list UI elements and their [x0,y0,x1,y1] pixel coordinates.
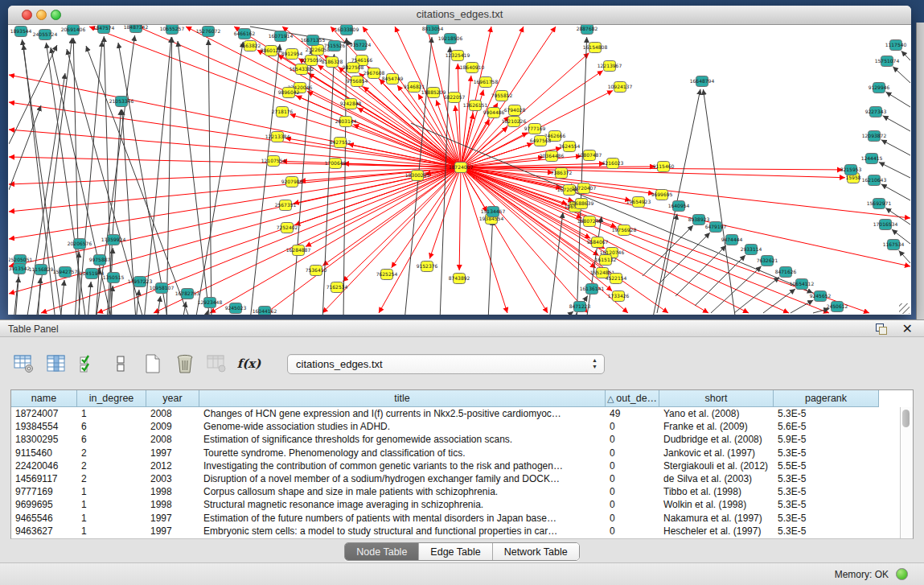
column-header-title[interactable]: title [199,390,606,407]
graph-node[interactable]: 2803144 [335,117,357,127]
table-cell[interactable]: Dudbridge et al. (2008) [659,433,774,446]
table-cell[interactable]: 5.3E-5 [774,447,879,459]
table-cell[interactable]: 5.6E-5 [774,420,879,433]
table-cell[interactable]: Tourette syndrome. Phenomenology and cla… [199,447,606,459]
table-cell[interactable]: 5.9E-5 [774,433,879,446]
table-cell[interactable]: 9463627 [11,525,77,538]
table-cell[interactable]: de Silva et al. (2003) [659,472,774,485]
graph-node[interactable]: 16033809 [335,25,359,35]
graph-node[interactable]: 20691406 [61,25,86,35]
graph-node[interactable]: 7663822 [240,41,261,51]
graph-node[interactable]: 11451944 [80,269,105,279]
table-cell[interactable]: 1998 [146,498,199,511]
graph-node[interactable]: 19218506 [438,34,463,44]
table-cell[interactable]: 2 [77,472,146,485]
table-cell[interactable]: Structural magnetic resonance image aver… [199,498,606,511]
scrollbar-thumb[interactable] [902,410,910,427]
table-cell[interactable]: 1997 [146,525,199,538]
table-cell[interactable]: Estimation of significance thresholds fo… [199,433,606,446]
graph-node[interactable]: 9207986 [281,177,303,187]
table-cell[interactable]: Changes of HCN gene expression and I(f) … [199,407,606,420]
graph-node[interactable]: 7955812 [491,91,513,101]
table-selector-combobox[interactable]: citations_edges.txt ▲▼ [287,354,605,374]
graph-node[interactable]: 9699695 [651,190,673,200]
graph-node[interactable]: 9115460 [653,162,675,172]
table-cell[interactable]: Wolkin et al. (1998) [659,498,774,511]
graph-node[interactable]: 9227343 [865,107,887,117]
table-cell[interactable]: 0 [606,433,659,446]
graph-node[interactable]: 7162534 [326,282,348,293]
graph-node[interactable]: 2567351 [275,200,297,211]
column-header-in_degree[interactable]: in_degree [77,390,146,407]
graph-node[interactable]: 8743892 [449,274,470,284]
resize-grip[interactable] [899,303,910,314]
column-header-year[interactable]: year [146,390,199,407]
import-table-button[interactable] [206,353,228,375]
graph-node[interactable]: 1350515 [103,273,125,283]
table-cell[interactable]: 1997 [146,512,199,525]
graph-node[interactable]: 21053346 [109,97,134,107]
graph-node[interactable]: 9975887 [89,255,111,266]
table-cell[interactable]: 1 [77,498,146,511]
table-row[interactable]: 946362711997Embryonic stem cells: a mode… [11,525,913,538]
graph-node[interactable]: 2887682 [577,25,598,35]
graph-node[interactable]: 2718176 [272,107,294,117]
table-cell[interactable]: 6 [77,433,146,446]
graph-node[interactable]: 10958107 [150,283,175,294]
table-cell[interactable]: 0 [606,472,659,485]
close-panel-icon[interactable]: ✕ [902,321,913,336]
graph-node[interactable]: 10924137 [608,82,633,93]
graph-node[interactable]: 19654923 [626,197,651,208]
graph-node[interactable]: 10807487 [577,150,602,161]
table-cell[interactable]: 2008 [146,433,199,446]
graph-node[interactable]: 16044162 [253,307,277,315]
table-cell[interactable]: 5.3E-5 [774,485,879,498]
table-cell[interactable]: 2 [77,447,146,459]
float-panel-icon[interactable] [876,323,887,335]
table-cell[interactable]: 2 [77,459,146,472]
table-cell[interactable]: 1 [77,485,146,498]
table-cell[interactable]: 9115460 [11,447,77,459]
tab-node-table[interactable]: Node Table [345,543,419,560]
table-cell[interactable]: 0 [606,459,659,472]
graph-node[interactable]: 2450612 [827,302,848,312]
table-cell[interactable]: 5.3E-5 [774,498,879,511]
graph-node[interactable]: 7536410 [306,266,327,276]
graph-node[interactable]: 12923448 [198,298,223,308]
memory-status-indicator[interactable] [896,568,908,580]
graph-node[interactable]: 10654112 [790,279,815,290]
column-header-name[interactable]: name [11,390,77,407]
graph-node[interactable]: 9684067 [587,237,609,248]
table-cell[interactable]: Disruption of a novel member of a sodium… [199,472,606,485]
table-cell[interactable]: 14569117 [11,472,77,485]
window-titlebar[interactable]: citations_edges.txt [8,6,911,25]
table-mode-button[interactable] [13,353,35,375]
tab-network-table[interactable]: Network Table [493,543,579,560]
table-cell[interactable]: 0 [606,512,659,525]
table-cell[interactable]: 9777169 [11,485,77,498]
graph-node[interactable]: 12325419 [446,51,470,61]
table-cell[interactable]: 2009 [146,420,199,433]
table-cell[interactable]: Embryonic stem cells: a model to study s… [199,525,606,538]
graph-node[interactable]: 12213967 [598,61,622,72]
graph-node[interactable]: 15885209 [421,88,446,98]
graph-node[interactable]: 9245652 [810,291,832,302]
graph-node[interactable]: 1847574 [93,25,115,34]
row-height-button[interactable] [109,353,131,375]
graph-node[interactable]: 7625254 [376,270,398,280]
column-header-short[interactable]: short [659,390,774,407]
table-cell[interactable]: 5.5E-5 [774,459,879,472]
table-cell[interactable]: Nakamura et al. (1997) [659,512,774,525]
table-cell[interactable]: Jankovic et al. (1997) [659,447,774,459]
table-cell[interactable]: 18724007 [11,407,77,420]
graph-node[interactable]: 16961758 [474,77,499,88]
new-column-button[interactable] [142,353,163,375]
graph-node[interactable]: 6497568 [530,136,552,146]
table-cell[interactable]: 2012 [146,459,199,472]
graph-node[interactable]: 12213384 [265,132,290,142]
table-cell[interactable]: 1997 [146,447,199,459]
graph-node[interactable]: 16284887 [286,245,311,256]
table-row[interactable]: 2242004622012Investigating the contribut… [11,459,913,472]
tab-edge-table[interactable]: Edge Table [419,543,492,560]
graph-node[interactable]: 15751074 [875,56,900,67]
